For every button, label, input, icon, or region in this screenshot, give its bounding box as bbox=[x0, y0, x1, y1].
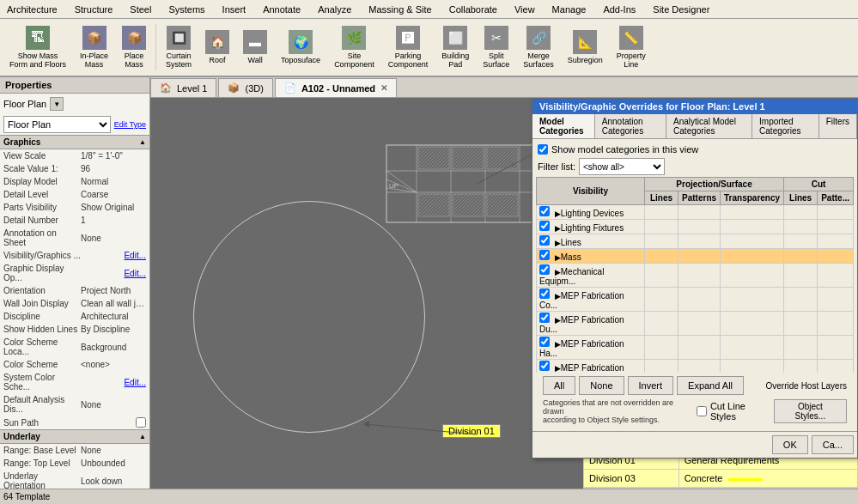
dialog-tab-filters[interactable]: Filters bbox=[819, 114, 857, 138]
menu-item-manage[interactable]: Manage bbox=[549, 3, 590, 16]
cut-line-styles-row: Cut Line Styles bbox=[697, 401, 774, 422]
vis-row-cell bbox=[644, 220, 678, 234]
tab-close-icon[interactable]: ✕ bbox=[380, 83, 387, 93]
ribbon-curtain-system[interactable]: 🔲 Curtain System bbox=[160, 21, 198, 74]
dialog-tab-imported[interactable]: Imported Categories bbox=[752, 114, 819, 138]
tab-a102[interactable]: 📄 A102 - Unnamed ✕ bbox=[275, 78, 397, 97]
vis-row-cell bbox=[721, 249, 784, 264]
none-button[interactable]: None bbox=[579, 376, 624, 395]
vis-checkbox[interactable] bbox=[539, 206, 550, 216]
floor-plan-selector[interactable]: Floor Plan bbox=[3, 116, 111, 133]
ribbon-building-pad[interactable]: ⬜ Building Pad bbox=[435, 21, 475, 74]
edit-type-link[interactable]: Edit Type bbox=[114, 120, 146, 129]
vis-row-cell bbox=[678, 205, 721, 220]
vis-checkbox[interactable] bbox=[539, 313, 550, 323]
dialog-tab-analytical[interactable]: Analytical Model Categories bbox=[666, 114, 752, 138]
ribbon-show-mass[interactable]: 🏗 Show Mass Form and Floors bbox=[3, 21, 72, 74]
expand-icon: ▶ bbox=[555, 253, 561, 262]
menu-item-structure[interactable]: Structure bbox=[71, 3, 117, 16]
dialog-tab-model[interactable]: Model Categories bbox=[532, 114, 595, 138]
invert-button[interactable]: Invert bbox=[628, 376, 674, 395]
ribbon-place-mass[interactable]: 📦 Place Mass bbox=[116, 21, 152, 74]
show-model-checkbox[interactable] bbox=[538, 144, 548, 155]
vis-row-cell bbox=[784, 205, 818, 220]
visibility-dialog: Visibility/Graphic Overrides for Floor P… bbox=[532, 98, 858, 458]
expand-all-button[interactable]: Expand All bbox=[677, 376, 744, 395]
ribbon-parking[interactable]: 🅿 Parking Component bbox=[382, 21, 435, 74]
vis-row-cell bbox=[644, 264, 678, 288]
menu-item-systems[interactable]: Systems bbox=[165, 3, 208, 16]
menu-item-insert[interactable]: Insert bbox=[219, 3, 250, 16]
building-pad-icon: ⬜ bbox=[443, 26, 467, 50]
vis-checkbox[interactable] bbox=[539, 264, 550, 275]
visibility-table-container: Visibility Projection/Surface Cut Lines … bbox=[536, 177, 854, 373]
graphic-display-edit[interactable]: Edit... bbox=[124, 269, 146, 278]
ribbon-roof[interactable]: 🏠 Roof bbox=[199, 21, 235, 74]
menu-item-massing[interactable]: Massing & Site bbox=[365, 3, 435, 16]
template-count: 64 Template bbox=[3, 492, 50, 501]
ribbon-subregion[interactable]: 📐 Subregion bbox=[562, 21, 609, 74]
object-styles-button[interactable]: Object Styles... bbox=[774, 399, 847, 423]
visibility-table: Visibility Projection/Surface Cut Lines … bbox=[536, 177, 854, 373]
sheet-icon: 📄 bbox=[284, 82, 296, 94]
table-row: ▶MEP Fabrication Pip... bbox=[537, 360, 854, 373]
table-row: ▶MEP Fabrication Du... bbox=[537, 312, 854, 336]
vis-checkbox[interactable] bbox=[539, 288, 550, 299]
show-model-row: Show model categories in this view bbox=[536, 143, 854, 156]
ribbon-inplace-mass[interactable]: 📦 In-Place Mass bbox=[74, 21, 114, 74]
menu-item-analyze[interactable]: Analyze bbox=[314, 3, 355, 16]
visibility-graphics-edit[interactable]: Edit... bbox=[124, 251, 146, 260]
menu-item-view[interactable]: View bbox=[511, 3, 539, 16]
ribbon-site-component[interactable]: 🌿 Site Component bbox=[328, 21, 380, 74]
vis-row-cell bbox=[818, 234, 854, 249]
svg-rect-11 bbox=[418, 194, 449, 216]
vis-checkbox[interactable] bbox=[539, 221, 550, 231]
dialog-tab-annotation[interactable]: Annotation Categories bbox=[595, 114, 666, 138]
vis-checkbox[interactable] bbox=[539, 235, 550, 246]
filter-dropdown[interactable]: <show all> bbox=[579, 158, 665, 175]
ok-button[interactable]: OK bbox=[772, 435, 808, 454]
division-01-label: Division 01 bbox=[442, 424, 501, 438]
ribbon-split-surface[interactable]: ✂ Split Surface bbox=[477, 21, 515, 74]
ribbon-toposurface[interactable]: 🌍 Toposuface bbox=[275, 21, 326, 74]
menu-item-architecture[interactable]: Architecture bbox=[3, 3, 61, 16]
prop-analysis-dis: Default Analysis Dis... None bbox=[0, 393, 149, 416]
menu-item-site-designer[interactable]: Site Designer bbox=[649, 3, 713, 16]
all-button[interactable]: All bbox=[543, 376, 575, 395]
vis-col-visibility: Visibility bbox=[537, 178, 645, 205]
vis-row-name: ▶MEP Fabrication Du... bbox=[537, 312, 645, 336]
menu-item-steel[interactable]: Steel bbox=[126, 3, 155, 16]
ribbon-property-line[interactable]: 📏 Property Line bbox=[611, 21, 652, 74]
vis-row-cell bbox=[784, 220, 818, 234]
menu-item-collaborate[interactable]: Collaborate bbox=[446, 3, 501, 16]
sun-path-checkbox[interactable] bbox=[136, 417, 146, 428]
toposurface-icon: 🌍 bbox=[289, 30, 313, 54]
system-color-edit[interactable]: Edit... bbox=[124, 378, 146, 387]
ribbon: 🏗 Show Mass Form and Floors 📦 In-Place M… bbox=[0, 19, 858, 77]
prop-annotation-sheet: Annotation on Sheet None bbox=[0, 227, 149, 249]
prop-hidden-lines: Show Hidden Lines By Discipline bbox=[0, 323, 149, 336]
graphics-section-header[interactable]: Graphics ▲ bbox=[0, 135, 149, 149]
floor-plan-row: Floor Plan ▼ bbox=[0, 94, 149, 114]
cut-line-styles-checkbox[interactable] bbox=[697, 406, 707, 416]
vis-row-cell bbox=[644, 249, 678, 264]
tab-level1[interactable]: 🏠 Level 1 bbox=[150, 78, 216, 97]
vis-checkbox[interactable] bbox=[539, 361, 550, 371]
vis-row-cell bbox=[784, 264, 818, 288]
prop-orientation: Orientation Project North bbox=[0, 284, 149, 297]
underlay-section-header[interactable]: Underlay ▲ bbox=[0, 429, 149, 444]
floor-plan-dropdown-arrow[interactable]: ▼ bbox=[50, 97, 64, 111]
menu-item-addins[interactable]: Add-Ins bbox=[599, 3, 639, 16]
floor-plan-grid: UP bbox=[382, 141, 554, 244]
vis-checkbox[interactable] bbox=[539, 250, 550, 260]
cancel-button[interactable]: Ca... bbox=[812, 435, 854, 454]
ribbon-wall[interactable]: ▬ Wall bbox=[237, 21, 273, 74]
vis-col-projection: Projection/Surface bbox=[644, 178, 783, 191]
tab-3d[interactable]: 📦 (3D) bbox=[218, 78, 272, 97]
floor-plan-label: Floor Plan bbox=[3, 99, 46, 109]
vis-row-cell bbox=[721, 264, 784, 288]
vis-checkbox[interactable] bbox=[539, 337, 550, 347]
menu-item-annotate[interactable]: Annotate bbox=[259, 3, 304, 16]
ribbon-merge-surfaces[interactable]: 🔗 Merge Surfaces bbox=[517, 21, 560, 74]
properties-list: View Scale 1/8" = 1'-0" Scale Value 1: 9… bbox=[0, 149, 149, 489]
